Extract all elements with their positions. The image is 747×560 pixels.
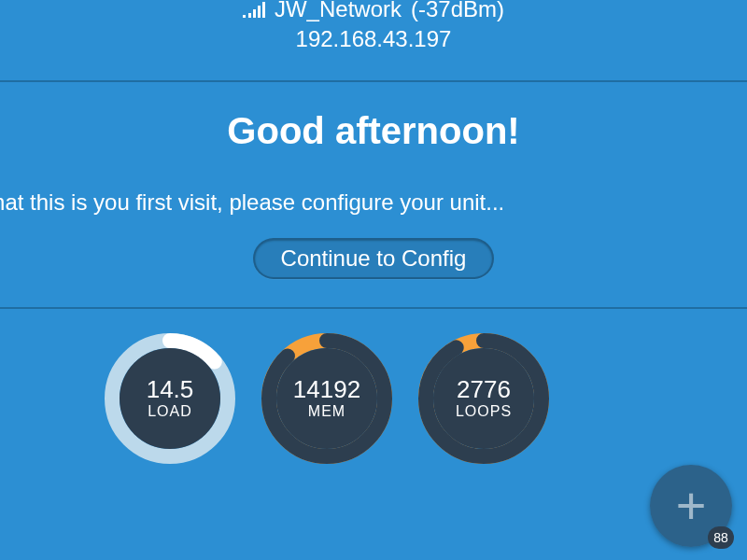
divider [0, 307, 747, 309]
ip-address: 192.168.43.197 [0, 26, 747, 52]
wifi-signal-icon [243, 1, 265, 18]
gauge-load: 14.5 LOAD [103, 331, 237, 466]
gauge-loops-center: 2776 LOOPS [433, 348, 534, 449]
gauges-row: 14.5 LOAD 14192 MEM 2776 LOOPS [0, 309, 747, 466]
continue-to-config-button[interactable]: Continue to Config [253, 238, 495, 279]
gauge-mem-label: MEM [308, 403, 345, 420]
greeting-section: Good afternoon! [0, 82, 747, 161]
gauge-mem-value: 14192 [293, 377, 360, 402]
greeting-title: Good afternoon! [0, 110, 747, 152]
gauge-load-value: 14.5 [147, 377, 194, 402]
first-visit-message: see that this is you first visit, please… [0, 189, 747, 216]
fab-badge: 88 [708, 526, 734, 549]
network-header: JW_Network (-37dBm) 192.168.43.197 [0, 0, 747, 80]
gauge-mem-center: 14192 MEM [276, 348, 377, 449]
gauge-loops: 2776 LOOPS [416, 331, 551, 466]
add-fab-button[interactable]: + 88 [650, 465, 732, 547]
gauge-load-label: LOAD [148, 403, 192, 420]
gauge-loops-label: LOOPS [456, 403, 512, 420]
gauge-load-center: 14.5 LOAD [120, 348, 220, 449]
gauge-mem: 14192 MEM [260, 331, 394, 466]
wifi-signal-dbm: (-37dBm) [411, 0, 504, 22]
wifi-line: JW_Network (-37dBm) [0, 0, 747, 22]
wifi-ssid: JW_Network [275, 0, 402, 22]
divider [0, 80, 747, 82]
plus-icon: + [676, 480, 707, 532]
gauge-loops-value: 2776 [457, 377, 511, 402]
